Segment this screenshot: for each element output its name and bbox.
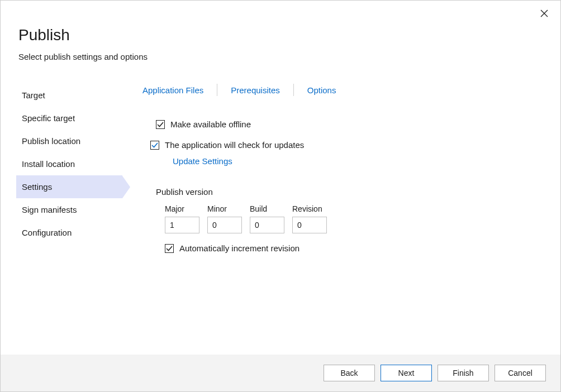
wizard-sidebar: Target Specific target Publish location … bbox=[16, 84, 122, 253]
sidebar-item-settings[interactable]: Settings bbox=[16, 175, 122, 198]
divider bbox=[293, 84, 294, 96]
page-subtitle: Select publish settings and options bbox=[18, 52, 543, 61]
minor-label: Minor bbox=[207, 204, 242, 213]
check-updates-checkbox[interactable] bbox=[150, 141, 159, 150]
auto-increment-checkbox-label: Automatically increment revision bbox=[179, 243, 299, 253]
prerequisites-link[interactable]: Prerequisites bbox=[227, 85, 283, 95]
sidebar-item-publish-location[interactable]: Publish location bbox=[16, 130, 122, 152]
options-link[interactable]: Options bbox=[304, 85, 340, 95]
sidebar-item-sign-manifests[interactable]: Sign manifests bbox=[16, 198, 122, 221]
sidebar-item-install-location[interactable]: Install location bbox=[16, 152, 122, 175]
minor-input[interactable] bbox=[207, 217, 242, 233]
next-button[interactable]: Next bbox=[381, 365, 432, 381]
auto-increment-checkbox[interactable] bbox=[165, 244, 174, 253]
revision-label: Revision bbox=[292, 204, 327, 213]
divider bbox=[217, 84, 217, 96]
sidebar-item-configuration[interactable]: Configuration bbox=[16, 221, 122, 244]
update-settings-link[interactable]: Update Settings bbox=[173, 156, 543, 166]
application-files-link[interactable]: Application Files bbox=[139, 85, 207, 95]
offline-checkbox-label: Make available offline bbox=[170, 119, 251, 129]
major-input[interactable] bbox=[165, 217, 199, 233]
close-icon[interactable] bbox=[540, 9, 548, 19]
cancel-button[interactable]: Cancel bbox=[495, 365, 546, 381]
build-input[interactable] bbox=[250, 217, 284, 233]
check-updates-checkbox-label: The application will check for updates bbox=[165, 140, 304, 150]
major-label: Major bbox=[165, 204, 199, 213]
build-label: Build bbox=[250, 204, 284, 213]
page-title: Publish bbox=[18, 26, 543, 44]
publish-version-label: Publish version bbox=[156, 187, 543, 197]
sidebar-item-specific-target[interactable]: Specific target bbox=[16, 107, 122, 130]
sidebar-item-target[interactable]: Target bbox=[16, 84, 122, 107]
wizard-footer: Back Next Finish Cancel bbox=[1, 355, 560, 391]
revision-input[interactable] bbox=[292, 217, 327, 233]
offline-checkbox[interactable] bbox=[156, 120, 165, 129]
back-button[interactable]: Back bbox=[324, 365, 375, 381]
finish-button[interactable]: Finish bbox=[438, 365, 489, 381]
